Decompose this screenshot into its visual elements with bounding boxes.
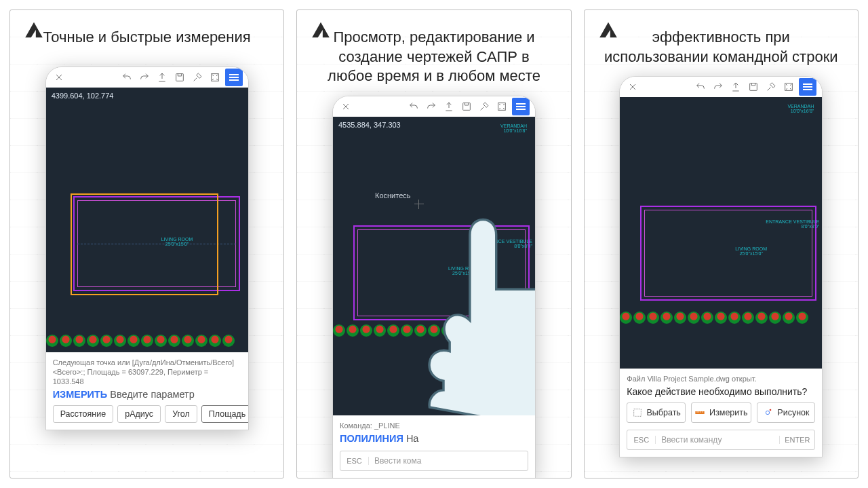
svg-point-9 [770,409,772,411]
chip-radius[interactable]: рАдиус [117,405,161,423]
autodesk-logo [309,18,332,41]
tools-icon[interactable] [764,79,778,94]
svg-rect-4 [750,83,757,91]
ruler-icon [694,407,705,418]
draw-button[interactable]: Рисунок [757,402,816,423]
svg-rect-2 [463,102,471,110]
redo-icon[interactable] [424,99,439,114]
prompt-question: Какое действие необходимо выполнить? [627,386,815,397]
command-input-bar: ESC Ввести кома [340,451,528,471]
redo-icon[interactable] [711,79,726,94]
file-hint: Файл Villa Project Sample.dwg открыт. [627,374,815,383]
draw-icon [762,407,773,418]
command-line: ПОЛИЛИНИЯ На [340,433,528,444]
chip-distance[interactable]: Расстояние [53,405,114,423]
app-toolbar [620,77,822,97]
command-line: ИЗМЕРИТЬ Введите параметр [53,389,241,400]
tools-icon[interactable] [190,70,205,85]
touch-hint: Коснитесь [375,191,411,200]
command-panel: Следующая точка или [Дуга/длИна/Отменить… [46,352,248,430]
screenshot-3: эффективность при использовании командно… [584,10,859,478]
cursor-coords: 4399.604, 102.774 [52,92,114,100]
command-input[interactable]: Ввести кома [369,456,528,466]
menu-button[interactable] [225,69,243,86]
redo-icon[interactable] [137,70,152,85]
headline: Просмотр, редактирование и создание черт… [315,28,554,86]
hint-line: Команда: _PLINE [340,421,528,430]
headline: Точные и быстрые измерения [43,28,251,48]
svg-rect-7 [695,411,704,414]
autodesk-logo [597,18,620,41]
vegetation-strip [46,335,248,351]
drawing-canvas[interactable]: 4535.884, 347.303 VERANDAH10'0"x16'8" EN… [333,117,535,415]
tools-icon[interactable] [477,99,492,114]
svg-point-8 [766,411,770,415]
svg-rect-0 [176,73,183,81]
undo-icon[interactable] [406,99,421,114]
svg-rect-6 [633,409,641,417]
hint-line-2: <Всего>:; Площадь = 63097.229, Периметр … [53,367,241,387]
select-button[interactable]: Выбрать [627,402,686,423]
chip-area[interactable]: Площадь [201,405,249,423]
save-icon[interactable] [172,70,187,85]
headline: эффективность при использовании командно… [601,28,841,67]
action-buttons: Выбрать Измерить Рисунок [627,402,815,423]
close-icon[interactable] [625,79,640,94]
close-icon[interactable] [52,70,66,85]
measure-button[interactable]: Измерить [691,402,751,423]
app-toolbar [46,67,248,88]
phone-frame: 4399.604, 102.774 LIVING ROOM25'0"x15'0"… [45,67,249,431]
app-toolbar [333,96,535,117]
close-icon[interactable] [338,99,353,114]
undo-icon[interactable] [693,79,708,94]
hint-line-1: Следующая точка или [Дуга/длИна/Отменить… [53,358,241,367]
phone-frame: VERANDAH10'0"x16'8" ENTRANCE VESTIBULE8'… [619,76,823,457]
share-icon[interactable] [441,99,456,114]
drawing-canvas[interactable]: VERANDAH10'0"x16'8" ENTRANCE VESTIBULE8'… [620,97,822,369]
screenshot-2: Просмотр, редактирование и создание черт… [296,10,571,478]
expand-icon[interactable] [781,79,796,94]
option-chips: Расстояние рАдиус Угол Площадь [53,405,241,423]
select-icon [632,407,643,418]
menu-button[interactable] [512,98,530,115]
expand-icon[interactable] [208,70,222,85]
menu-button[interactable] [799,78,816,96]
chip-angle[interactable]: Угол [165,405,197,423]
share-icon[interactable] [155,70,170,85]
enter-key[interactable]: ENTER [779,436,814,444]
command-panel: Файл Villa Project Sample.dwg открыт. Ка… [620,369,822,457]
undo-icon[interactable] [119,70,134,85]
command-input[interactable]: Ввести команду [656,435,779,445]
vegetation-strip [620,312,822,328]
command-input-bar: ESC Ввести команду ENTER [627,430,815,450]
phone-frame: 4535.884, 347.303 VERANDAH10'0"x16'8" EN… [332,96,536,478]
expand-icon[interactable] [494,99,509,114]
share-icon[interactable] [728,79,743,94]
vegetation-strip [333,324,535,341]
esc-key[interactable]: ESC [627,436,656,444]
cursor-coords: 4535.884, 347.303 [338,121,401,129]
drawing-canvas[interactable]: 4399.604, 102.774 LIVING ROOM25'0"x15'0" [46,88,248,352]
esc-key[interactable]: ESC [340,457,369,465]
autodesk-logo [22,18,45,41]
save-icon[interactable] [459,99,474,114]
screenshot-1: Точные и быстрые измерения 4399.604, 102… [9,10,284,478]
command-panel: Команда: _PLINE ПОЛИЛИНИЯ На ESC Ввести … [333,415,535,478]
save-icon[interactable] [746,79,761,94]
crosshair-icon [414,200,424,209]
